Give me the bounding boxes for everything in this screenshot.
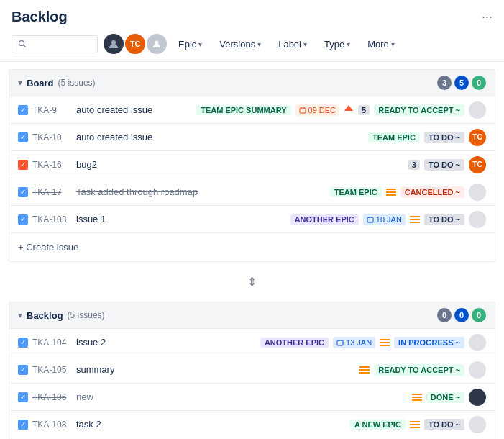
board-section: ▾ Board (5 issues) 3 5 0 ✓TKA-9auto crea…	[9, 69, 495, 262]
issue-meta: READY TO ACCEPT ~	[359, 361, 486, 379]
board-create-issue: + Create issue	[9, 232, 495, 261]
epic-tag[interactable]: TEAM EPIC	[368, 132, 420, 142]
backlog-issue-count: (5 issues)	[68, 310, 105, 320]
issue-id[interactable]: TKA-17	[32, 187, 72, 197]
toolbar: TC Epic ▾ Versions ▾ Label ▾ Type ▾ More…	[0, 31, 504, 62]
issue-checkbox[interactable]: ✓	[18, 365, 28, 375]
issue-title[interactable]: issue 2	[76, 337, 253, 348]
issue-title[interactable]: auto created issue	[76, 104, 189, 115]
issue-date: 09 DEC	[295, 104, 340, 116]
svg-point-3	[155, 41, 159, 45]
status-button[interactable]: DONE ~	[426, 392, 464, 403]
board-section-title: Board	[27, 78, 54, 89]
issue-checkbox[interactable]: ✓	[18, 105, 28, 115]
backlog-collapse-icon[interactable]: ▾	[18, 310, 22, 320]
board-create-issue-button[interactable]: + Create issue	[18, 239, 78, 255]
avatar-3[interactable]	[147, 34, 167, 54]
issue-checkbox[interactable]: ✓	[18, 392, 28, 402]
more-options-button[interactable]: ···	[482, 9, 492, 24]
epic-tag[interactable]: A NEW EPIC	[350, 420, 406, 430]
priority-icon	[344, 104, 354, 116]
issue-title[interactable]: task 2	[76, 419, 343, 430]
backlog-badge-1: 0	[437, 308, 452, 322]
issue-id[interactable]: TKA-106	[32, 392, 72, 402]
epic-tag[interactable]: TEAM EPIC SUMMARY	[196, 105, 290, 115]
resize-handle[interactable]: ⇕	[0, 269, 504, 294]
board-badge-1: 3	[437, 76, 452, 90]
issue-id[interactable]: TKA-103	[32, 214, 72, 225]
issue-meta: CANCELLED ~	[386, 184, 486, 201]
issue-checkbox[interactable]: ✓	[18, 160, 28, 170]
backlog-issue-list: ✓TKA-104issue 2ANOTHER EPIC 13 JANIN PRO…	[9, 328, 495, 439]
status-button[interactable]: TO DO ~	[424, 419, 464, 430]
svg-rect-4	[300, 108, 306, 113]
issue-id[interactable]: TKA-16	[32, 160, 72, 170]
issue-id[interactable]: TKA-104	[32, 338, 72, 348]
board-badge-2: 5	[454, 76, 469, 90]
epic-tag[interactable]: ANOTHER EPIC	[260, 338, 329, 348]
avatar-1[interactable]	[104, 34, 124, 54]
issue-id[interactable]: TKA-10	[32, 132, 72, 142]
table-row: ✓TKA-9auto created issueTEAM EPIC SUMMAR…	[9, 96, 495, 123]
table-row: ✓TKA-106newDONE ~	[9, 383, 495, 410]
priority-icon	[380, 339, 390, 346]
svg-rect-10	[337, 340, 343, 345]
epic-tag[interactable]: ANOTHER EPIC	[290, 214, 359, 225]
avatar	[469, 334, 486, 351]
issue-checkbox[interactable]: ✓	[18, 187, 28, 197]
issue-title[interactable]: new	[76, 392, 408, 402]
search-box[interactable]	[12, 35, 98, 53]
issue-title[interactable]: bug2	[76, 159, 404, 170]
status-button[interactable]: TO DO ~	[424, 159, 464, 171]
backlog-badges: 0 0 0	[437, 308, 486, 322]
issue-id[interactable]: TKA-105	[32, 365, 72, 375]
status-button[interactable]: TO DO ~	[424, 132, 464, 143]
status-button[interactable]: IN PROGRESS ~	[394, 337, 464, 348]
svg-line-1	[24, 45, 26, 47]
issue-meta: 09 DEC5READY TO ACCEPT ~	[295, 101, 486, 119]
avatar-group: TC	[104, 34, 167, 54]
table-row: ✓TKA-103issue 1ANOTHER EPIC 10 JANTO DO …	[9, 205, 495, 232]
issue-checkbox[interactable]: ✓	[18, 132, 28, 142]
more-filter[interactable]: More ▾	[362, 35, 400, 53]
issue-meta: TO DO ~TC	[424, 129, 486, 146]
board-badges: 3 5 0	[437, 76, 486, 90]
backlog-section: ▾ Backlog (5 issues) 0 0 0 ✓TKA-104issue…	[9, 302, 495, 439]
board-issue-count: (5 issues)	[58, 78, 96, 88]
board-badge-3: 0	[472, 76, 486, 90]
issue-title[interactable]: summary	[76, 364, 355, 375]
status-button[interactable]: TO DO ~	[424, 214, 464, 225]
issue-meta: DONE ~	[412, 389, 486, 406]
status-button[interactable]: CANCELLED ~	[400, 186, 464, 198]
board-issue-list: ✓TKA-9auto created issueTEAM EPIC SUMMAR…	[9, 96, 495, 232]
table-row: ✓TKA-17Task added through roadmapTEAM EP…	[9, 178, 495, 205]
versions-filter[interactable]: Versions ▾	[214, 35, 267, 53]
issue-title[interactable]: issue 1	[76, 214, 283, 225]
board-collapse-icon[interactable]: ▾	[18, 78, 22, 88]
issue-title[interactable]: Task added through roadmap	[76, 186, 323, 197]
issue-id[interactable]: TKA-9	[32, 105, 72, 115]
issue-id[interactable]: TKA-108	[32, 420, 72, 430]
status-button[interactable]: READY TO ACCEPT ~	[374, 364, 464, 376]
search-input[interactable]	[29, 39, 87, 50]
issue-checkbox[interactable]: ✓	[18, 214, 28, 225]
backlog-section-header: ▾ Backlog (5 issues) 0 0 0	[9, 302, 495, 328]
avatar	[469, 101, 486, 119]
table-row: ✓TKA-108task 2A NEW EPICTO DO ~	[9, 410, 495, 438]
issue-checkbox[interactable]: ✓	[18, 338, 28, 348]
issue-count-badge: 3	[408, 160, 420, 170]
issue-checkbox[interactable]: ✓	[18, 420, 28, 430]
avatar-2[interactable]: TC	[125, 34, 145, 54]
issue-meta: 10 JANTO DO ~	[363, 211, 486, 228]
priority-icon	[410, 421, 420, 428]
epic-tag[interactable]: TEAM EPIC	[330, 187, 382, 197]
issue-date: 10 JAN	[363, 214, 406, 225]
type-filter[interactable]: Type ▾	[319, 35, 356, 53]
issue-title[interactable]: auto created issue	[76, 132, 361, 142]
page-header: Backlog ···	[0, 0, 504, 31]
label-filter[interactable]: Label ▾	[272, 35, 313, 53]
issue-count-badge: 5	[358, 105, 370, 115]
epic-filter[interactable]: Epic ▾	[173, 35, 208, 53]
issue-date: 13 JAN	[333, 337, 375, 348]
status-button[interactable]: READY TO ACCEPT ~	[374, 104, 464, 116]
